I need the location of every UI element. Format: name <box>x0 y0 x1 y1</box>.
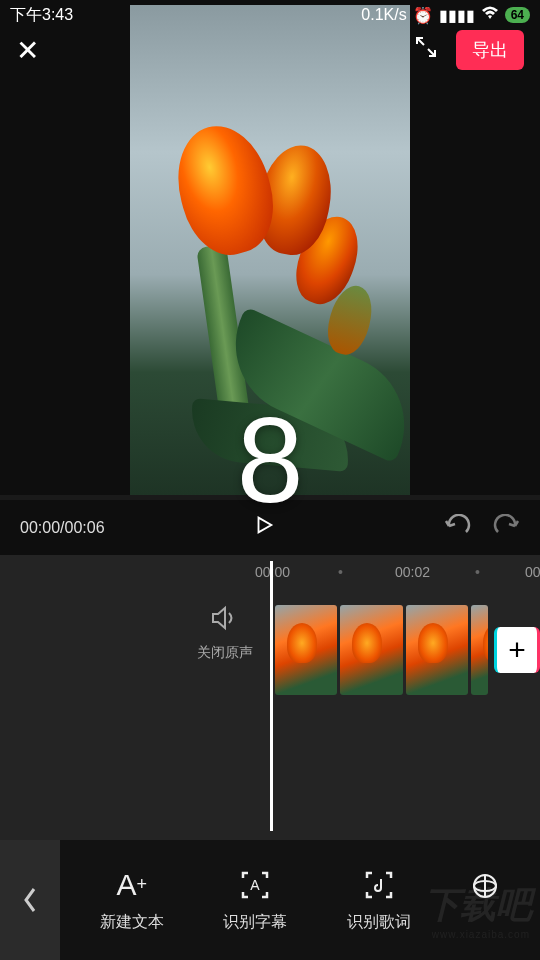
wifi-icon <box>481 6 499 24</box>
tool-label: 识别字幕 <box>223 912 287 933</box>
countdown-overlay: 8 <box>237 391 304 529</box>
subtitle-tool[interactable]: A 识别字幕 <box>223 868 287 933</box>
top-controls: ✕ 导出 <box>0 30 540 70</box>
close-button[interactable]: ✕ <box>16 34 39 67</box>
text-plus-icon: A+ <box>116 868 147 902</box>
video-clip-thumb[interactable] <box>406 605 468 695</box>
redo-button[interactable] <box>492 512 520 543</box>
sphere-icon <box>470 869 500 903</box>
bottom-toolbar: A+ 新建文本 A 识别字幕 识别歌词 下载吧 www.xiazaiba.com <box>0 840 540 960</box>
clock: 下午3:43 <box>10 5 73 26</box>
add-clip-button[interactable]: + <box>494 627 540 673</box>
time-display: 00:00/00:06 <box>20 519 105 537</box>
extra-tool[interactable] <box>470 869 500 931</box>
alarm-icon: ⏰ <box>413 6 433 25</box>
clip-track[interactable]: + <box>275 605 540 695</box>
status-bar: 下午3:43 0.1K/s ⏰ ▮▮▮▮ 64 <box>0 0 540 30</box>
tool-label: 新建文本 <box>100 912 164 933</box>
new-text-tool[interactable]: A+ 新建文本 <box>100 868 164 933</box>
export-button[interactable]: 导出 <box>456 30 524 70</box>
timeline[interactable]: 00:00 • 00:02 • 00 关闭原声 + <box>0 555 540 840</box>
video-clip-thumb[interactable] <box>471 605 488 695</box>
fullscreen-button[interactable] <box>414 35 438 65</box>
lyrics-scan-icon <box>363 868 395 902</box>
video-clip-thumb[interactable] <box>340 605 402 695</box>
svg-text:A: A <box>251 877 261 893</box>
ruler-mark: 00:02 <box>395 564 430 580</box>
battery-indicator: 64 <box>505 7 530 23</box>
speaker-icon <box>190 605 260 638</box>
signal-icon: ▮▮▮▮ <box>439 6 475 25</box>
tool-label: 识别歌词 <box>347 912 411 933</box>
ruler-dot: • <box>338 564 343 580</box>
back-button[interactable] <box>0 840 60 960</box>
net-speed: 0.1K/s <box>361 6 406 24</box>
watermark-url: www.xiazaiba.com <box>432 929 530 940</box>
mute-audio-toggle[interactable]: 关闭原声 <box>190 605 260 662</box>
video-clip-thumb[interactable] <box>275 605 337 695</box>
lyrics-tool[interactable]: 识别歌词 <box>347 868 411 933</box>
subtitle-scan-icon: A <box>239 868 271 902</box>
undo-button[interactable] <box>444 512 472 543</box>
ruler-dot: • <box>475 564 480 580</box>
playhead[interactable] <box>270 561 273 831</box>
mute-label: 关闭原声 <box>190 644 260 662</box>
ruler-mark: 00 <box>525 564 540 580</box>
